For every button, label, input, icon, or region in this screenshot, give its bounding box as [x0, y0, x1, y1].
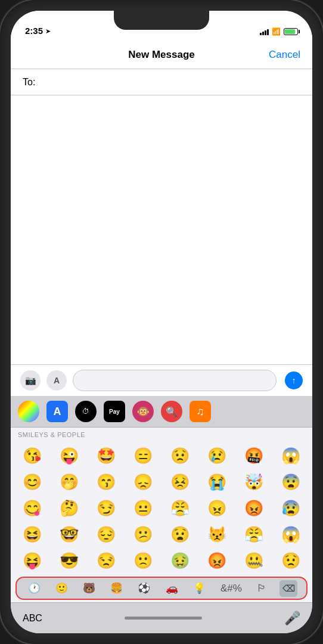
- emoji-cell[interactable]: 😨: [273, 469, 309, 494]
- emoji-cell[interactable]: 🤩: [88, 443, 124, 468]
- status-time: 2:35: [25, 26, 43, 37]
- phone-screen: 2:35 ➤ 📶 New: [11, 11, 312, 633]
- emoji-cell[interactable]: 😘: [14, 443, 50, 468]
- emoji-cell[interactable]: 🤓: [51, 522, 87, 547]
- signal-bar-2: [262, 32, 264, 35]
- emoji-cell[interactable]: 😆: [14, 522, 50, 547]
- to-field[interactable]: To:: [11, 69, 312, 95]
- screentime-icon: ⏱: [82, 407, 89, 416]
- search-app-icon[interactable]: 🔍: [161, 401, 182, 422]
- wifi-icon: 📶: [272, 27, 281, 36]
- emoji-cell[interactable]: 😭: [199, 469, 235, 494]
- emoji-cell[interactable]: 🤐: [236, 548, 272, 573]
- music-app-icon[interactable]: ♫: [190, 401, 211, 422]
- appstore-icon: A: [54, 376, 60, 385]
- screentime-app-icon[interactable]: ⏱: [75, 401, 97, 422]
- nav-bar: New Message Cancel: [11, 41, 312, 69]
- applepay-app-icon[interactable]: Pay: [104, 401, 125, 422]
- emoji-cell[interactable]: 😊: [14, 469, 50, 494]
- send-button[interactable]: ↑: [285, 371, 303, 389]
- appstore-button[interactable]: A: [46, 370, 67, 391]
- page-title: New Message: [128, 49, 195, 61]
- emoji-cell[interactable]: 😤: [236, 522, 272, 547]
- send-icon: ↑: [292, 376, 296, 385]
- emoji-cell[interactable]: 😱: [273, 443, 309, 468]
- emoji-cell[interactable]: 😟: [273, 548, 309, 573]
- signal-bar-1: [260, 33, 262, 35]
- appstore-icon2: A: [54, 405, 61, 418]
- message-toolbar: 📷 A ↑: [11, 364, 312, 396]
- camera-button[interactable]: 📷: [20, 370, 41, 391]
- emoji-cell[interactable]: 😢: [199, 443, 235, 468]
- phone-frame: 2:35 ➤ 📶 New: [0, 0, 323, 644]
- emoji-cell[interactable]: 🤔: [51, 496, 87, 521]
- emoji-cell[interactable]: 😣: [162, 469, 198, 494]
- emoji-cell[interactable]: 🤬: [236, 443, 272, 468]
- status-icons: 📶: [260, 27, 298, 37]
- emoji-cell[interactable]: 😞: [125, 469, 161, 494]
- flags-category[interactable]: 🏳: [254, 580, 269, 597]
- emoji-cell[interactable]: 😕: [125, 522, 161, 547]
- emoji-cell[interactable]: 😱: [273, 522, 309, 547]
- recent-category[interactable]: 🕐: [26, 580, 43, 597]
- photos-app-icon[interactable]: [18, 401, 39, 422]
- message-body[interactable]: [11, 95, 312, 364]
- emoji-cell[interactable]: 🙁: [125, 548, 161, 573]
- appstore-app-icon[interactable]: A: [46, 401, 68, 422]
- emoji-cell[interactable]: 😡: [236, 496, 272, 521]
- emoji-cell[interactable]: 😏: [88, 496, 124, 521]
- screen-content: 2:35 ➤ 📶 New: [11, 11, 312, 633]
- food-category[interactable]: 🍔: [108, 580, 125, 597]
- abc-button[interactable]: ABC: [23, 613, 42, 624]
- bottom-bar: ABC 🎤: [11, 602, 312, 633]
- globe-search-icon: 🔍: [166, 406, 178, 417]
- emoji-cell[interactable]: 😒: [88, 548, 124, 573]
- signal-bars: [260, 28, 269, 35]
- monkey-icon: 🐵: [136, 405, 150, 418]
- music-icon: ♫: [196, 405, 204, 418]
- message-input-container[interactable]: [73, 370, 277, 391]
- emoji-category-label: SMILEYS & PEOPLE: [11, 428, 312, 441]
- emoji-cell[interactable]: 🤢: [162, 548, 198, 573]
- monkey-app-icon[interactable]: 🐵: [132, 401, 154, 422]
- delete-key[interactable]: ⌫: [279, 580, 297, 597]
- emoji-cell[interactable]: 😐: [125, 496, 161, 521]
- to-label: To:: [23, 77, 35, 88]
- applepay-icon: Pay: [109, 408, 120, 415]
- emoji-cell[interactable]: 😙: [88, 469, 124, 494]
- emoji-cell[interactable]: 😋: [14, 496, 50, 521]
- app-row: A ⏱ Pay 🐵 🔍 ♫: [11, 396, 312, 428]
- emoji-cell[interactable]: 😧: [162, 522, 198, 547]
- emoji-cell[interactable]: 😟: [162, 443, 198, 468]
- emoji-cell[interactable]: 🤭: [51, 469, 87, 494]
- location-icon: ➤: [45, 27, 51, 35]
- travel-category[interactable]: 🚗: [163, 580, 181, 597]
- smileys-category[interactable]: 🙂: [53, 580, 70, 597]
- cancel-button[interactable]: Cancel: [269, 49, 300, 61]
- emoji-category-bar: 🕐 🙂 🐻 🍔 ⚽ 🚗 💡 &#% 🏳 ⌫: [15, 577, 308, 600]
- emoji-cell[interactable]: 😜: [51, 443, 87, 468]
- signal-bar-3: [265, 30, 266, 35]
- symbols-category[interactable]: &#%: [218, 580, 244, 597]
- emoji-grid: 😘😜🤩😑😟😢🤬😱😊🤭😙😞😣😭🤯😨😋🤔😏😐😤😠😡😰😆🤓😔😕😧😾😤😱😝😎😒🙁🤢😡🤐😟: [11, 441, 312, 575]
- emoji-cell[interactable]: 😠: [199, 496, 235, 521]
- emoji-cell[interactable]: 😔: [88, 522, 124, 547]
- emoji-cell[interactable]: 🤯: [236, 469, 272, 494]
- notch: [114, 11, 209, 30]
- recipient-input[interactable]: [40, 77, 300, 88]
- sports-category[interactable]: ⚽: [135, 580, 153, 597]
- emoji-cell[interactable]: 😎: [51, 548, 87, 573]
- animals-category[interactable]: 🐻: [80, 580, 98, 597]
- emoji-cell[interactable]: 😤: [162, 496, 198, 521]
- emoji-cell[interactable]: 😝: [14, 548, 50, 573]
- camera-icon: 📷: [25, 375, 36, 386]
- objects-category[interactable]: 💡: [191, 580, 208, 597]
- emoji-cell[interactable]: 😡: [199, 548, 235, 573]
- signal-bar-4: [267, 29, 269, 35]
- mic-button[interactable]: 🎤: [284, 611, 300, 626]
- emoji-cell[interactable]: 😑: [125, 443, 161, 468]
- emoji-cell[interactable]: 😾: [199, 522, 235, 547]
- battery-fill: [285, 29, 295, 34]
- emoji-cell[interactable]: 😰: [273, 496, 309, 521]
- battery-icon: [284, 28, 298, 35]
